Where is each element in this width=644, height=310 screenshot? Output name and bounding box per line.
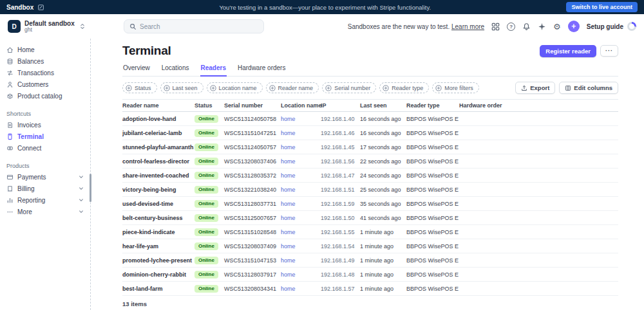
sandbox-switcher[interactable]: D Default sandbox ght — [8, 20, 103, 33]
filter-location-name[interactable]: Location name — [207, 82, 263, 93]
ip-address: 192.168.1.59 — [321, 201, 360, 207]
tab-hardware-orders[interactable]: Hardware orders — [237, 63, 286, 77]
location-link[interactable]: home — [281, 286, 296, 292]
table-row[interactable]: best-land-farm Online WSC513208034341 ho… — [122, 282, 618, 296]
home-icon — [6, 46, 14, 53]
sidebar-item-home[interactable]: Home — [0, 44, 90, 55]
chevron-down-icon — [79, 209, 84, 214]
table-row[interactable]: share-invented-coached Online WSC5131280… — [122, 169, 618, 183]
switch-to-live-button[interactable]: Switch to live account — [566, 2, 638, 12]
page-title: Terminal — [122, 44, 171, 58]
create-new-button[interactable]: + — [568, 21, 580, 32]
filter-serial-number[interactable]: Serial number — [322, 82, 376, 93]
ip-address: 192.168.1.47 — [321, 172, 360, 179]
ip-address: 192.168.1.45 — [321, 144, 360, 150]
sidebar-item-product-catalog[interactable]: Product catalog — [0, 90, 90, 102]
table-row[interactable]: dominion-cherry-rabbit Online WSC5131280… — [122, 268, 618, 282]
location-link[interactable]: home — [281, 201, 296, 207]
location-link[interactable]: home — [281, 144, 296, 150]
sidebar-item-more[interactable]: More — [0, 206, 90, 217]
notifications-bell-icon[interactable] — [522, 23, 531, 31]
chevron-down-icon — [79, 174, 84, 179]
filter-more-filters[interactable]: More filters — [432, 82, 479, 93]
sidebar-item-transactions[interactable]: Transactions — [0, 67, 90, 78]
status-badge: Online — [194, 200, 218, 208]
location-link[interactable]: home — [281, 243, 296, 250]
apps-grid-icon[interactable] — [491, 23, 500, 31]
main-content: Terminal Register reader ··· Overview Lo… — [91, 39, 644, 310]
last-seen: 16 seconds ago — [360, 116, 406, 122]
table-row[interactable]: piece-kind-indicate Online WSC5131510285… — [122, 225, 618, 239]
sidebar-section-shortcuts: Shortcuts — [6, 111, 84, 117]
edit-columns-button[interactable]: Edit columns — [559, 82, 618, 94]
serial-number: WSC513151047153 — [224, 257, 281, 264]
sidebar-item-customers[interactable]: Customers — [0, 78, 90, 90]
filter-reader-type[interactable]: Reader type — [379, 82, 429, 93]
location-link[interactable]: home — [281, 271, 296, 278]
location-link[interactable]: home — [281, 229, 296, 235]
location-link[interactable]: home — [281, 116, 296, 122]
location-link[interactable]: home — [281, 187, 296, 193]
sandbox-info-icon[interactable] — [37, 4, 44, 11]
column-header-ip: IP — [321, 102, 360, 109]
location-link[interactable]: home — [281, 215, 296, 221]
sidebar-item-connect[interactable]: Connect — [0, 142, 90, 154]
table-row[interactable]: adoption-love-hand Online WSC51312405075… — [122, 112, 618, 126]
setup-guide[interactable]: Setup guide — [587, 22, 636, 31]
table-row[interactable]: control-fearless-director Online WSC5132… — [122, 154, 618, 169]
location-link[interactable]: home — [281, 130, 296, 136]
learn-more-link[interactable]: Learn more — [451, 23, 484, 30]
table-row[interactable]: jubilant-celeriac-lamb Online WSC5131510… — [122, 126, 618, 140]
filter-reader-name[interactable]: Reader name — [266, 82, 319, 93]
column-header-reader-type: Reader type — [406, 102, 459, 109]
serial-number: WSC513125007657 — [224, 215, 281, 221]
settings-gear-icon[interactable]: ⚙ — [553, 23, 561, 31]
reader-name: used-devised-time — [122, 201, 194, 207]
ip-address: 192.168.1.40 — [321, 116, 360, 122]
status-badge: Online — [194, 115, 218, 123]
table-row[interactable]: hear-life-yam Online WSC513208037409 hom… — [122, 239, 618, 253]
global-search[interactable] — [124, 19, 264, 33]
table-row[interactable]: used-devised-time Online WSC513128037731… — [122, 197, 618, 211]
location-link[interactable]: home — [281, 172, 296, 179]
status-badge: Online — [194, 242, 218, 250]
reader-type: BBPOS WisePOS E — [406, 116, 459, 122]
customers-icon — [6, 81, 14, 88]
reader-type: BBPOS WisePOS E — [406, 286, 459, 292]
reader-type: BBPOS WisePOS E — [406, 172, 459, 179]
register-reader-button[interactable]: Register reader — [540, 45, 596, 57]
sidebar-item-invoices[interactable]: Invoices — [0, 119, 90, 131]
help-icon[interactable]: ? — [507, 23, 515, 31]
tab-overview[interactable]: Overview — [122, 63, 151, 77]
filter-last-seen[interactable]: Last seen — [160, 82, 204, 93]
sparkle-assistant-icon[interactable] — [538, 23, 546, 31]
sidebar-section-products: Products — [6, 163, 84, 169]
sidebar-scrollbar[interactable] — [90, 174, 91, 202]
search-icon — [129, 23, 137, 30]
filter-status[interactable]: Status — [122, 82, 157, 93]
reader-name: belt-century-business — [122, 215, 194, 221]
tab-readers[interactable]: Readers — [200, 63, 227, 77]
more-options-button[interactable]: ··· — [600, 45, 618, 57]
sidebar-item-payments[interactable]: Payments — [0, 171, 90, 183]
serial-number: WSC513151047251 — [224, 130, 281, 136]
ip-address: 192.168.1.48 — [321, 271, 360, 278]
sidebar-item-billing[interactable]: Billing — [0, 183, 90, 194]
search-input[interactable] — [140, 23, 258, 30]
table-row[interactable]: victory-being-being Online WSC5132210382… — [122, 183, 618, 197]
serial-number: WSC513128037917 — [224, 271, 281, 278]
table-row[interactable]: stunned-playful-amaranth Online WSC51312… — [122, 140, 618, 154]
status-badge: Online — [194, 158, 218, 165]
tab-locations[interactable]: Locations — [161, 63, 190, 77]
table-row[interactable]: belt-century-business Online WSC51312500… — [122, 211, 618, 225]
table-row[interactable]: promoted-lychee-present Online WSC513151… — [122, 253, 618, 268]
status-badge: Online — [194, 143, 218, 151]
location-link[interactable]: home — [281, 257, 296, 264]
status-badge: Online — [194, 172, 218, 179]
location-link[interactable]: home — [281, 158, 296, 165]
sidebar-item-terminal[interactable]: Terminal — [0, 131, 90, 142]
sidebar-item-balances[interactable]: Balances — [0, 55, 90, 67]
export-button[interactable]: Export — [515, 82, 555, 94]
ip-address: 192.168.1.50 — [321, 215, 360, 221]
sidebar-item-reporting[interactable]: Reporting — [0, 194, 90, 206]
